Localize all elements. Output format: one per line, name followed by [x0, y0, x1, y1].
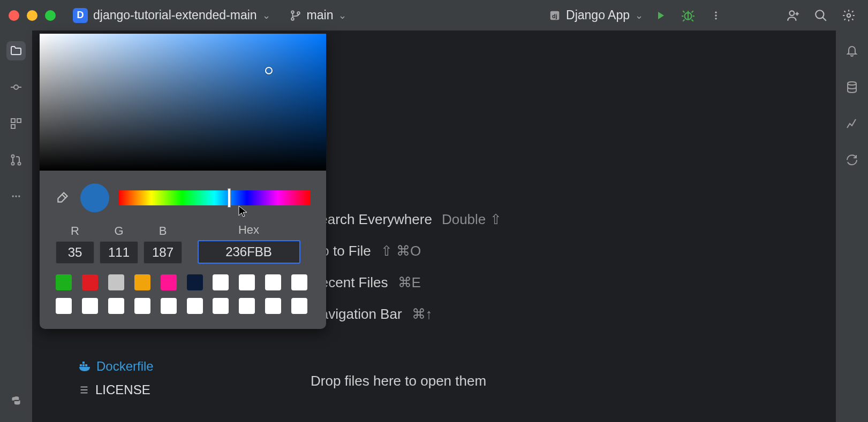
saturation-value-panel[interactable]: [40, 34, 326, 171]
color-picker-popup: R G B Hex: [40, 34, 326, 329]
pull-requests-tool-button[interactable]: [6, 150, 26, 170]
tip-label: Search Everywhere: [311, 211, 432, 228]
settings-button[interactable]: [838, 5, 859, 26]
color-swatch[interactable]: [161, 274, 177, 290]
tip-recent-files: Recent Files ⌘E: [311, 274, 502, 291]
right-tool-rail: [836, 30, 868, 422]
run-config-label: Django App: [566, 8, 630, 22]
search-everywhere-button[interactable]: [810, 5, 832, 26]
svg-point-26: [848, 82, 856, 85]
gear-icon: [842, 9, 856, 22]
color-swatch[interactable]: [291, 298, 307, 314]
svg-rect-25: [82, 362, 85, 364]
eyedropper-icon: [56, 190, 70, 204]
commit-tool-button[interactable]: [6, 78, 26, 97]
endpoints-tool-button[interactable]: [842, 114, 862, 133]
color-swatch[interactable]: [56, 274, 72, 290]
color-swatch[interactable]: [187, 274, 203, 290]
color-swatch[interactable]: [82, 274, 98, 290]
svg-rect-14: [17, 119, 21, 122]
welcome-tips: Search Everywhere Double ⇧ Go to File ⇧ …: [311, 211, 502, 323]
file-lines-icon: [78, 384, 90, 396]
run-config-selector[interactable]: dj Django App ⌄: [549, 8, 643, 22]
color-swatch[interactable]: [239, 274, 255, 290]
bell-icon: [846, 44, 858, 57]
pull-request-icon: [10, 154, 22, 166]
left-tool-rail: [0, 30, 32, 422]
project-tool-button[interactable]: [6, 41, 26, 60]
color-swatch[interactable]: [134, 298, 150, 314]
run-button[interactable]: [650, 5, 671, 26]
tip-navigation-bar: Navigation Bar ⌘↑: [311, 306, 502, 323]
color-swatch[interactable]: [82, 298, 98, 314]
svg-point-17: [12, 163, 14, 165]
code-with-me-button[interactable]: [782, 5, 804, 26]
color-swatch[interactable]: [265, 274, 281, 290]
minimize-window-button[interactable]: [27, 10, 37, 21]
structure-icon: [10, 117, 22, 130]
g-label: G: [114, 224, 123, 238]
svg-point-11: [847, 13, 851, 17]
maximize-window-button[interactable]: [45, 10, 56, 21]
svg-point-0: [291, 11, 294, 13]
color-swatch[interactable]: [291, 274, 307, 290]
debug-button[interactable]: [677, 5, 699, 26]
hex-input[interactable]: [198, 240, 300, 264]
graph-icon: [846, 117, 858, 130]
color-swatch[interactable]: [161, 298, 177, 314]
color-swatch[interactable]: [108, 274, 124, 290]
color-swatch[interactable]: [56, 298, 72, 314]
svg-rect-13: [11, 119, 15, 122]
branch-name-label: main: [307, 8, 334, 22]
sv-cursor[interactable]: [265, 67, 273, 74]
bug-icon: [681, 9, 695, 22]
structure-tool-button[interactable]: [6, 114, 26, 133]
color-swatch[interactable]: [134, 274, 150, 290]
mouse-cursor-icon: [238, 205, 248, 218]
branch-selector[interactable]: main ⌄: [290, 8, 347, 22]
django-icon: dj: [549, 10, 561, 21]
eyedropper-button[interactable]: [56, 190, 71, 205]
g-input[interactable]: [100, 241, 138, 264]
color-swatch[interactable]: [265, 298, 281, 314]
tip-shortcut: ⌘E: [398, 274, 421, 291]
svg-point-20: [15, 195, 17, 197]
database-icon: [846, 81, 858, 94]
tree-item-license[interactable]: LICENSE: [75, 380, 157, 400]
project-badge-icon: D: [73, 8, 88, 23]
docker-icon: [78, 360, 91, 373]
svg-rect-22: [80, 364, 82, 366]
tip-shortcut: ⇧ ⌘O: [381, 243, 421, 259]
services-tool-button[interactable]: [842, 150, 862, 170]
close-window-button[interactable]: [9, 10, 19, 21]
notifications-tool-button[interactable]: [842, 41, 862, 60]
project-selector[interactable]: D django-tutorial-extended-main ⌄: [73, 8, 270, 23]
svg-point-2: [297, 12, 300, 14]
tree-item-dockerfile[interactable]: Dockerfile: [75, 357, 157, 376]
editor-area: Dockerfile LICENSE Search Everywhere Dou…: [32, 30, 836, 422]
svg-rect-24: [85, 364, 87, 366]
color-swatch[interactable]: [108, 298, 124, 314]
project-badge-letter: D: [77, 10, 84, 21]
hue-slider[interactable]: [119, 190, 310, 205]
chevron-down-icon: ⌄: [338, 10, 346, 21]
branch-icon: [290, 10, 301, 21]
b-input[interactable]: [144, 241, 182, 264]
color-swatch[interactable]: [213, 274, 229, 290]
more-tools-button[interactable]: [6, 187, 26, 206]
r-input[interactable]: [56, 241, 94, 264]
tip-shortcut: Double ⇧: [442, 211, 502, 228]
color-swatch[interactable]: [187, 298, 203, 314]
more-actions-button[interactable]: [705, 5, 727, 26]
python-console-button[interactable]: [6, 392, 26, 411]
color-swatch[interactable]: [239, 298, 255, 314]
color-preview-swatch: [80, 183, 109, 212]
tip-goto-file: Go to File ⇧ ⌘O: [311, 243, 502, 259]
database-tool-button[interactable]: [842, 78, 862, 97]
hue-slider-handle[interactable]: [228, 188, 231, 208]
svg-rect-15: [11, 125, 15, 128]
svg-point-7: [715, 14, 716, 16]
color-swatch[interactable]: [213, 298, 229, 314]
svg-point-10: [816, 10, 824, 18]
ellipsis-icon: [11, 191, 21, 202]
